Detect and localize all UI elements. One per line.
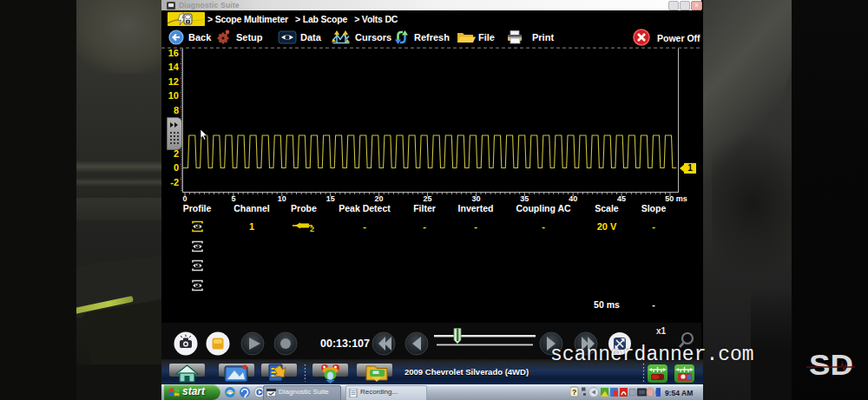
svg-text:2: 2 (310, 225, 314, 233)
svg-text:?: ? (572, 388, 576, 397)
